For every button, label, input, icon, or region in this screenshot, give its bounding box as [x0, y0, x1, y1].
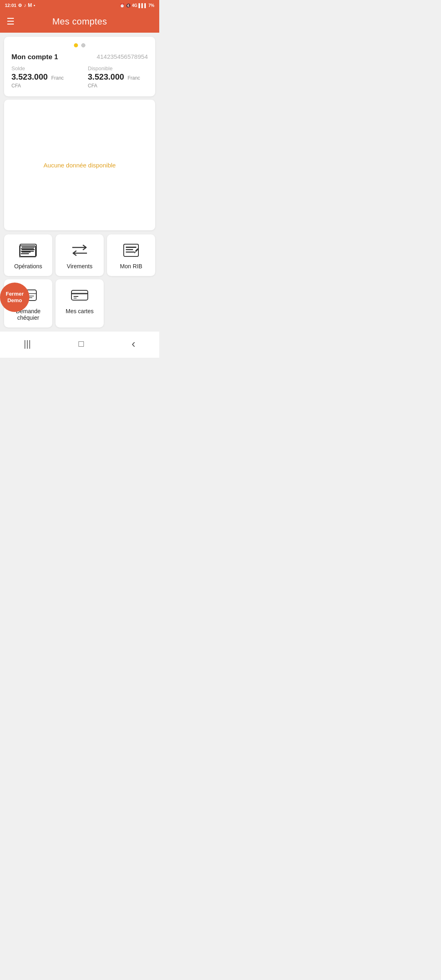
card-balances: Solde 3.523.000 Franc CFA Disponible 3.5…: [11, 65, 148, 89]
empty-slot: [107, 279, 155, 327]
demande-chequier-button[interactable]: FermerDemo Demande chéquier: [4, 279, 52, 327]
solde-block: Solde 3.523.000 Franc CFA: [11, 65, 71, 89]
operations-label: Opérations: [14, 263, 42, 270]
disponible-label: Disponible: [88, 65, 148, 71]
svg-rect-13: [126, 252, 135, 253]
card-top-row: Mon compte 1 414235456578954: [11, 53, 148, 61]
page-title: Mes comptes: [52, 16, 107, 27]
settings-icon: ⚙: [18, 3, 22, 8]
disponible-value: 3.523.000: [88, 72, 124, 81]
status-right: ⏰ 🔇 4G ▌▌▌ 7%: [120, 3, 154, 8]
mon-rib-button[interactable]: Mon RIB: [107, 234, 155, 276]
navigation-bar: ||| □ ‹: [0, 332, 159, 358]
dot-icon: •: [33, 3, 35, 8]
svg-rect-7: [21, 253, 29, 254]
action-grid-row1: Opérations Virements Mon RIB: [4, 234, 155, 276]
status-bar: 12:01 ⚙ ♪ M • ⏰ 🔇 4G ▌▌▌ 7%: [0, 0, 159, 11]
account-card: Mon compte 1 414235456578954 Solde 3.523…: [4, 37, 155, 96]
card-pagination: [11, 43, 148, 47]
mute-icon: 🔇: [126, 3, 131, 8]
tiktok-icon: ♪: [24, 2, 26, 8]
battery: 7%: [149, 3, 154, 8]
dot-active: [74, 43, 78, 47]
signal-icon: ▌▌▌: [138, 3, 147, 8]
account-number: 414235456578954: [97, 53, 148, 60]
svg-rect-1: [22, 247, 35, 248]
operations-button[interactable]: Opérations: [4, 234, 52, 276]
svg-rect-5: [21, 248, 34, 249]
network-icon: 4G: [132, 3, 137, 8]
disponible-value-row: 3.523.000 Franc CFA: [88, 72, 148, 89]
no-data-message: Aucune donnée disponible: [44, 162, 116, 169]
dot-inactive: [81, 43, 85, 47]
virements-label: Virements: [67, 263, 93, 270]
virements-button[interactable]: Virements: [56, 234, 104, 276]
solde-value-row: 3.523.000 Franc CFA: [11, 72, 71, 89]
time: 12:01: [5, 3, 16, 8]
data-panel: Aucune donnée disponible: [4, 100, 155, 230]
alarm-icon: ⏰: [120, 3, 125, 8]
account-name: Mon compte 1: [11, 53, 58, 61]
disponible-block: Disponible 3.523.000 Franc CFA: [88, 65, 148, 89]
svg-rect-6: [21, 251, 34, 252]
svg-rect-12: [126, 249, 133, 250]
gmail-icon: M: [28, 2, 32, 8]
virements-icon: [70, 243, 89, 258]
solde-value: 3.523.000: [11, 72, 48, 81]
mes-cartes-button[interactable]: Mes cartes: [56, 279, 104, 327]
mon-rib-label: Mon RIB: [120, 263, 142, 270]
action-grid-row2: FermerDemo Demande chéquier Mes cartes: [4, 279, 155, 327]
mes-cartes-label: Mes cartes: [66, 308, 94, 314]
fermer-demo-button[interactable]: FermerDemo: [0, 283, 29, 312]
svg-rect-11: [126, 247, 136, 248]
svg-rect-20: [71, 290, 88, 300]
mon-rib-icon: [121, 243, 141, 258]
menu-button[interactable]: ☰: [7, 17, 15, 26]
home-button[interactable]: □: [70, 337, 92, 351]
back-button[interactable]: |||: [16, 337, 39, 351]
app-header: ☰ Mes comptes: [0, 11, 159, 33]
return-button[interactable]: ‹: [123, 336, 143, 352]
operations-icon: [18, 243, 38, 258]
mes-cartes-icon: [70, 287, 89, 303]
solde-label: Solde: [11, 65, 71, 71]
status-left: 12:01 ⚙ ♪ M •: [5, 2, 35, 8]
fermer-demo-label: FermerDemo: [6, 291, 24, 303]
